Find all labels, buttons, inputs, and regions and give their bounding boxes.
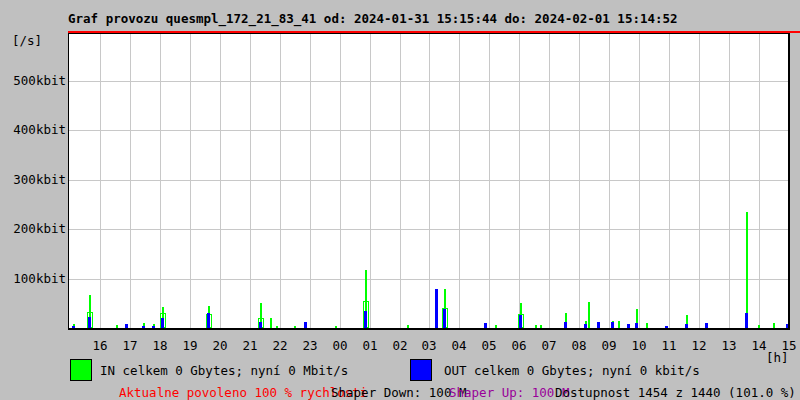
out-bar [635,323,638,328]
out-bar [519,315,522,328]
out-bar [685,324,688,328]
hour-tick-label: 16 [88,338,112,353]
grid-line-vertical [609,34,610,328]
hour-tick-label: 23 [298,338,322,353]
in-spike [588,302,590,328]
hour-tick-label: 09 [597,338,621,353]
grid-line-vertical [669,34,670,328]
shaper-up-text: Shaper Up: 100 M [449,385,569,400]
legend-out-label: OUT celkem 0 Gbytes; nyní 0 kbit/s [444,363,700,378]
out-bar [207,313,210,328]
in-spike [116,325,118,328]
grid-line-horizontal [69,130,788,131]
in-spike [495,325,497,328]
hour-tick-label: 04 [447,338,471,353]
out-bar [152,326,155,328]
out-bar [142,326,145,328]
hour-tick-label: 22 [268,338,292,353]
grid-line-vertical [759,34,760,328]
grid-line-vertical [639,34,640,328]
hour-tick-label: 01 [358,338,382,353]
grid-line-vertical [489,34,490,328]
out-bar [627,324,630,328]
y-tick-label: 100kbit [6,271,66,286]
in-spike [294,326,296,328]
in-spike [270,318,272,328]
y-axis-unit-label: [/s] [12,33,42,48]
grid-line-horizontal [69,81,788,82]
grid-line-vertical [429,34,430,328]
grid-line-vertical [459,34,460,328]
hour-tick-label: 07 [537,338,561,353]
plot-canvas [69,34,788,328]
out-bar [72,326,75,328]
grid-line-vertical [370,34,371,328]
out-bar [584,324,587,328]
out-bar [364,311,367,328]
grid-line-vertical [340,34,341,328]
grid-line-vertical [160,34,161,328]
out-bar [259,322,262,328]
hour-tick-label: 21 [238,338,262,353]
out-bar [443,309,446,328]
legend-out-swatch [410,359,432,381]
hour-tick-label: 17 [118,338,142,353]
hour-tick-label: 06 [507,338,531,353]
out-bar [786,324,788,328]
x-axis-unit-label: [h] [766,350,789,365]
in-spike [335,326,337,328]
legend-in-label: IN celkem 0 Gbytes; nyní 0 Mbit/s [100,363,348,378]
graph-title: Graf provozu quesmpl_172_21_83_41 od: 20… [68,11,678,26]
in-spike [773,323,775,328]
out-bar [611,322,614,328]
hour-tick-label: 20 [208,338,232,353]
in-spike [746,212,748,328]
in-spike [407,325,409,328]
shaper-down-text: Shaper Down: 100 M [331,385,466,400]
out-bar [665,326,668,328]
hour-tick-label: 08 [567,338,591,353]
in-spike [758,325,760,328]
in-spike [276,326,278,328]
hour-tick-label: 18 [148,338,172,353]
grid-line-vertical [130,34,131,328]
hour-tick-label: 19 [178,338,202,353]
hour-tick-label: 03 [417,338,441,353]
hour-tick-label: 00 [328,338,352,353]
y-tick-label: 500kbit [6,73,66,88]
grid-line-vertical [310,34,311,328]
legend-in-swatch [70,359,92,381]
in-spike [540,325,542,328]
out-bar [88,317,91,328]
out-bar [745,313,748,328]
in-spike [535,325,537,328]
grid-line-vertical [579,34,580,328]
grid-line-vertical [549,34,550,328]
out-bar [435,289,438,328]
grid-line-vertical [190,34,191,328]
grid-line-vertical [400,34,401,328]
grid-line-vertical [729,34,730,328]
hour-tick-label: 12 [687,338,711,353]
out-bar [125,324,128,328]
hour-tick-label: 02 [388,338,412,353]
out-bar [705,323,708,328]
traffic-graph-page: { "header": { "title": "Graf provozu que… [0,0,800,400]
hour-tick-label: 11 [657,338,681,353]
hour-tick-label: 10 [627,338,651,353]
grid-line-vertical [280,34,281,328]
out-bar [597,322,600,328]
plot-area [68,33,790,330]
grid-line-vertical [220,34,221,328]
y-tick-label: 200kbit [6,221,66,236]
hour-tick-label: 05 [477,338,501,353]
grid-line-vertical [699,34,700,328]
availability-text: Dostupnost 1454 z 1440 (101.0 %) [555,385,796,400]
grid-line-vertical [519,34,520,328]
in-spike [646,323,648,328]
out-bar [564,322,567,328]
grid-line-horizontal [69,279,788,280]
hour-tick-label: 13 [717,338,741,353]
in-spike [618,321,620,328]
grid-line-horizontal [69,229,788,230]
